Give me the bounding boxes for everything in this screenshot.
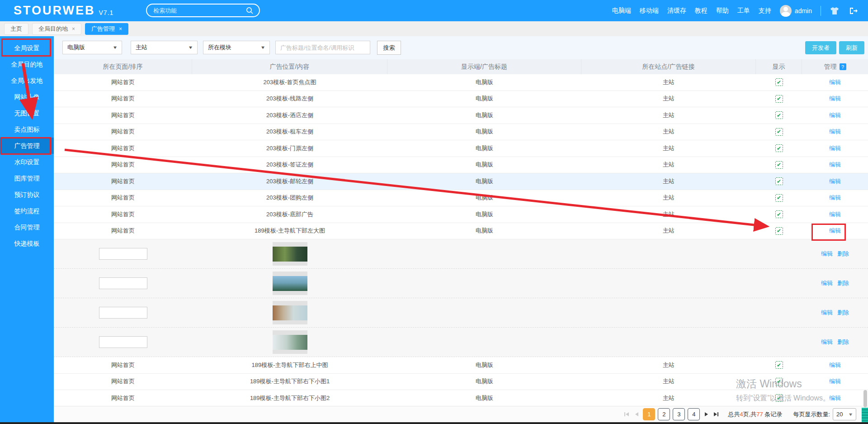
- nav-item-教程[interactable]: 教程: [695, 7, 708, 15]
- page-button-2[interactable]: 2: [658, 408, 670, 420]
- theme-shirt-icon[interactable]: [830, 6, 840, 16]
- refresh-button[interactable]: 刷新: [839, 41, 864, 54]
- column-header-显示端/广告标题: 显示端/广告标题: [387, 59, 581, 74]
- sort-order-input[interactable]: [99, 248, 147, 260]
- global-search-box[interactable]: [146, 4, 260, 17]
- cell-page: 网站首页: [54, 361, 192, 369]
- username[interactable]: admin: [795, 7, 812, 14]
- edit-link[interactable]: 编辑: [829, 227, 841, 235]
- edit-link[interactable]: 编辑: [829, 161, 841, 169]
- page-button-3[interactable]: 3: [673, 408, 685, 420]
- edit-link[interactable]: 编辑: [829, 128, 841, 136]
- first-page-icon[interactable]: [623, 408, 630, 420]
- search-icon[interactable]: [245, 6, 254, 14]
- sidebar-item-快递模板[interactable]: 快递模板: [0, 235, 54, 252]
- tab-close-icon[interactable]: ×: [119, 26, 122, 32]
- sidebar-item-卖点图标[interactable]: 卖点图标: [0, 121, 54, 138]
- scrollbar-thumb[interactable]: [863, 390, 867, 407]
- sort-order-input[interactable]: [99, 336, 147, 348]
- display-checkbox[interactable]: ✔: [775, 227, 783, 235]
- edit-link[interactable]: 编辑: [829, 194, 841, 202]
- display-checkbox[interactable]: ✔: [775, 194, 783, 202]
- site-select[interactable]: 主站 ▼: [131, 41, 198, 54]
- cell-text: 主站: [663, 128, 675, 136]
- display-checkbox[interactable]: ✔: [775, 210, 783, 218]
- sort-order-input[interactable]: [99, 307, 147, 319]
- device-select[interactable]: 电脑版 ▼: [62, 41, 122, 54]
- sidebar-item-水印设置[interactable]: 水印设置: [0, 154, 54, 170]
- keyword-input[interactable]: [275, 41, 370, 54]
- display-checkbox[interactable]: ✔: [775, 111, 783, 119]
- avatar[interactable]: [780, 5, 792, 17]
- display-checkbox[interactable]: ✔: [775, 95, 783, 103]
- last-page-icon[interactable]: [712, 408, 720, 420]
- display-checkbox[interactable]: ✔: [775, 177, 783, 185]
- display-checkbox[interactable]: ✔: [775, 378, 783, 386]
- display-checkbox[interactable]: ✔: [775, 144, 783, 152]
- nav-item-支持[interactable]: 支持: [759, 7, 771, 15]
- table-row: 网站首页203模板-酒店左侧电脑版主站✔编辑: [54, 107, 868, 124]
- sidebar-item-合同管理[interactable]: 合同管理: [0, 219, 54, 235]
- edit-link[interactable]: 编辑: [829, 361, 841, 369]
- edit-link[interactable]: 编辑: [829, 111, 841, 119]
- page-button-4[interactable]: 4: [688, 408, 700, 420]
- sort-order-input[interactable]: [99, 277, 147, 289]
- edit-link[interactable]: 编辑: [829, 394, 841, 402]
- logout-icon[interactable]: [848, 6, 858, 16]
- display-checkbox[interactable]: ✔: [775, 161, 783, 169]
- tab-广告管理[interactable]: 广告管理×: [85, 23, 128, 35]
- edit-link[interactable]: 编辑: [829, 95, 841, 103]
- delete-link[interactable]: 删除: [837, 338, 849, 346]
- nav-item-工单[interactable]: 工单: [737, 7, 750, 15]
- developer-button[interactable]: 开发者: [805, 41, 836, 54]
- module-select[interactable]: 所在模块 ▼: [203, 41, 270, 54]
- edit-link[interactable]: 编辑: [829, 177, 841, 186]
- help-icon[interactable]: ?: [840, 63, 846, 70]
- cell-text: 主站: [663, 361, 675, 369]
- per-page-select[interactable]: 20 ▼: [833, 408, 856, 420]
- sidebar-item-全局出发地[interactable]: 全局出发地: [0, 72, 54, 89]
- sidebar-item-全局设置[interactable]: 全局设置: [0, 40, 54, 56]
- device-select-value: 电脑版: [67, 43, 85, 52]
- cell-text: 网站首页: [111, 78, 135, 86]
- sidebar-item-广告管理[interactable]: 广告管理: [0, 138, 54, 154]
- display-checkbox[interactable]: ✔: [775, 78, 783, 86]
- sidebar-item-签约流程[interactable]: 签约流程: [0, 203, 54, 219]
- edit-link[interactable]: 编辑: [829, 78, 841, 86]
- cell-actions: 编辑删除: [802, 250, 868, 258]
- delete-link[interactable]: 删除: [837, 309, 849, 317]
- edit-link[interactable]: 编辑: [829, 210, 841, 219]
- edit-link[interactable]: 编辑: [829, 144, 841, 152]
- edit-link[interactable]: 编辑: [829, 377, 841, 386]
- cell-text: 电脑版: [476, 177, 493, 186]
- total-records: 77: [756, 411, 763, 418]
- sidebar-item-图库管理[interactable]: 图库管理: [0, 170, 54, 186]
- sidebar-item-预订协议[interactable]: 预订协议: [0, 186, 54, 203]
- sidebar-item-全局目的地[interactable]: 全局目的地: [0, 56, 54, 72]
- tab-全局目的地[interactable]: 全局目的地×: [32, 23, 81, 35]
- delete-link[interactable]: 删除: [837, 250, 849, 258]
- nav-item-清缓存[interactable]: 清缓存: [667, 7, 686, 15]
- page-button-1[interactable]: 1: [643, 408, 655, 420]
- global-search-input[interactable]: [152, 7, 245, 14]
- edit-link[interactable]: 编辑: [821, 309, 833, 317]
- nav-item-帮助[interactable]: 帮助: [716, 7, 729, 15]
- fixbar-widget[interactable]: [862, 408, 868, 422]
- nav-item-电脑端[interactable]: 电脑端: [612, 7, 631, 15]
- search-button[interactable]: 搜索: [377, 41, 401, 55]
- edit-link[interactable]: 编辑: [821, 338, 833, 346]
- prev-page-icon[interactable]: [633, 408, 640, 420]
- edit-link[interactable]: 编辑: [821, 250, 833, 258]
- tab-主页[interactable]: 主页: [4, 23, 28, 35]
- next-page-icon[interactable]: [703, 408, 710, 420]
- edit-link[interactable]: 编辑: [821, 279, 833, 287]
- cell-text: 网站首页: [111, 111, 135, 119]
- nav-item-移动端[interactable]: 移动端: [640, 7, 659, 15]
- delete-link[interactable]: 删除: [837, 279, 849, 287]
- display-checkbox[interactable]: ✔: [775, 361, 783, 369]
- tab-close-icon[interactable]: ×: [72, 26, 75, 32]
- display-checkbox[interactable]: ✔: [775, 128, 783, 136]
- sidebar-item-无图设置[interactable]: 无图设置: [0, 105, 54, 121]
- display-checkbox[interactable]: ✔: [775, 394, 783, 402]
- sidebar-item-网站头像[interactable]: 网站头像: [0, 89, 54, 105]
